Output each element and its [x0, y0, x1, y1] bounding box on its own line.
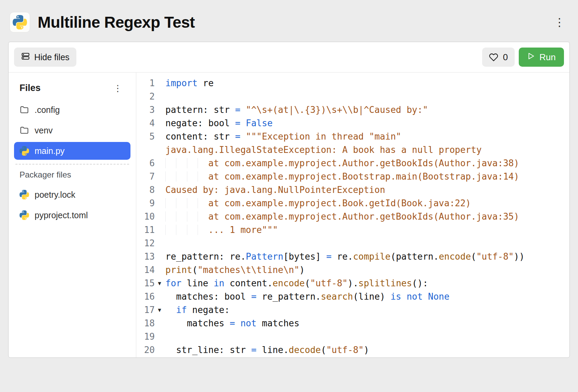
line-number: 9 [149, 197, 155, 210]
heart-icon [489, 53, 498, 62]
files-sidebar: Files ⋮ .config venv main.py Packager fi… [9, 73, 136, 357]
line-gutter[interactable]: 10 [140, 210, 164, 223]
code-line[interactable]: 16 matches: bool = re_pattern.search(lin… [140, 290, 563, 303]
file-name: .config [35, 105, 60, 115]
line-gutter[interactable]: 13 [140, 250, 164, 263]
line-number: 15 [144, 277, 155, 290]
likes-button[interactable]: 0 [482, 48, 515, 67]
app-header: Multiline Regexp Test ⋮ [0, 0, 578, 42]
code-text: at com.example.myproject.Bootstrap.main(… [164, 170, 563, 183]
line-number: 17 [144, 303, 155, 317]
play-icon [527, 52, 535, 63]
code-line[interactable]: 10 at com.example.myproject.Author.getBo… [140, 210, 563, 223]
line-number: 2 [149, 90, 155, 103]
code-line[interactable]: 5content: str = """Exception in thread "… [140, 130, 563, 157]
line-gutter[interactable]: 1 [140, 77, 164, 90]
line-gutter[interactable]: 17▼ [140, 303, 164, 317]
line-gutter[interactable]: 6 [140, 157, 164, 170]
code-line[interactable]: 15▼for line in content.encode("utf-8").s… [140, 277, 563, 290]
code-line[interactable]: 12 [140, 237, 563, 250]
sidebar-item-poetry-lock[interactable]: poetry.lock [14, 186, 130, 204]
python-file-icon [20, 210, 29, 220]
page-title: Multiline Regexp Test [38, 13, 195, 31]
code-line[interactable]: 18 matches = not matches [140, 317, 563, 330]
python-file-icon [20, 190, 29, 199]
sidebar-item-venv[interactable]: venv [14, 121, 130, 139]
line-number: 6 [149, 157, 155, 170]
code-line[interactable]: 14print("matches\t\tline\n") [140, 263, 563, 277]
line-number: 19 [144, 330, 155, 343]
files-panel-icon [21, 52, 30, 63]
line-gutter[interactable]: 4 [140, 117, 164, 130]
line-number: 8 [149, 183, 155, 197]
line-gutter[interactable]: 20 [140, 343, 164, 357]
file-name: pyproject.toml [35, 210, 88, 220]
line-gutter[interactable]: 15▼ [140, 277, 164, 290]
code-line[interactable]: 13re_pattern: re.Pattern[bytes] = re.com… [140, 250, 563, 263]
code-line[interactable]: 8Caused by: java.lang.NullPointerExcepti… [140, 183, 563, 197]
code-lines: 1import re23pattern: str = "^\s+(at|\.{3… [140, 77, 563, 357]
toolbar: Hide files 0 Run [9, 42, 569, 73]
run-label: Run [539, 52, 556, 63]
code-line[interactable]: 6 at com.example.myproject.Author.getBoo… [140, 157, 563, 170]
line-gutter[interactable]: 12 [140, 237, 164, 250]
code-line[interactable]: 19 [140, 330, 563, 343]
sidebar-divider [15, 164, 129, 165]
line-number: 5 [149, 130, 155, 143]
line-gutter[interactable]: 16 [140, 290, 164, 303]
packager-files-header: Packager files [14, 170, 130, 180]
code-line[interactable]: 4negate: bool = False [140, 117, 563, 130]
line-gutter[interactable]: 11 [140, 223, 164, 237]
code-text: at com.example.myproject.Author.getBookI… [164, 157, 563, 170]
code-text: print("matches\t\tline\n") [164, 263, 563, 277]
line-number: 13 [144, 250, 155, 263]
python-logo [10, 12, 30, 32]
code-line[interactable]: 17▼ if negate: [140, 303, 563, 317]
fold-arrow-icon[interactable]: ▼ [155, 303, 164, 317]
code-text: import re [164, 77, 563, 90]
line-number: 18 [144, 317, 155, 330]
code-text: Caused by: java.lang.NullPointerExceptio… [164, 183, 563, 197]
line-number: 1 [149, 77, 155, 90]
code-line[interactable]: 11 ... 1 more""" [140, 223, 563, 237]
sidebar-item-main-py[interactable]: main.py [14, 142, 130, 160]
hide-files-button[interactable]: Hide files [14, 48, 76, 67]
code-text: negate: bool = False [164, 117, 563, 130]
line-gutter[interactable]: 19 [140, 330, 164, 343]
code-line[interactable]: 3pattern: str = "^\s+(at|\.{3})\s+\\b|^C… [140, 103, 563, 117]
header-menu-button[interactable]: ⋮ [551, 15, 568, 29]
folder-icon [20, 105, 29, 115]
line-number: 11 [144, 223, 155, 237]
code-line[interactable]: 20 str_line: str = line.decode("utf-8") [140, 343, 563, 357]
sidebar-item-config[interactable]: .config [14, 101, 130, 119]
code-editor[interactable]: 1import re23pattern: str = "^\s+(at|\.{3… [136, 73, 569, 357]
line-gutter[interactable]: 18 [140, 317, 164, 330]
line-gutter[interactable]: 8 [140, 183, 164, 197]
code-text: matches: bool = re_pattern.search(line) … [164, 290, 563, 303]
files-menu-button[interactable]: ⋮ [111, 83, 125, 93]
likes-count: 0 [503, 52, 508, 63]
code-line[interactable]: 7 at com.example.myproject.Bootstrap.mai… [140, 170, 563, 183]
workspace-panel: Hide files 0 Run Files ⋮ [8, 42, 570, 358]
line-gutter[interactable]: 2 [140, 90, 164, 103]
code-text: matches = not matches [164, 317, 563, 330]
line-gutter[interactable]: 14 [140, 263, 164, 277]
sidebar-item-pyproject-toml[interactable]: pyproject.toml [14, 206, 130, 224]
line-number: 20 [144, 343, 155, 357]
line-gutter[interactable]: 9 [140, 197, 164, 210]
line-gutter[interactable]: 3 [140, 103, 164, 117]
run-button[interactable]: Run [519, 48, 564, 67]
line-gutter[interactable]: 5 [140, 130, 164, 143]
line-number: 10 [144, 210, 155, 223]
code-line[interactable]: 9 at com.example.myproject.Book.getId(Bo… [140, 197, 563, 210]
line-gutter[interactable]: 7 [140, 170, 164, 183]
hide-files-label: Hide files [34, 52, 70, 62]
line-number: 3 [149, 103, 155, 117]
code-text: at com.example.myproject.Author.getBookI… [164, 210, 563, 223]
file-name: poetry.lock [35, 190, 75, 200]
python-file-icon [20, 146, 29, 156]
fold-arrow-icon[interactable]: ▼ [155, 277, 164, 290]
code-line[interactable]: 1import re [140, 77, 563, 90]
code-line[interactable]: 2 [140, 90, 563, 103]
files-header: Files [20, 83, 41, 93]
